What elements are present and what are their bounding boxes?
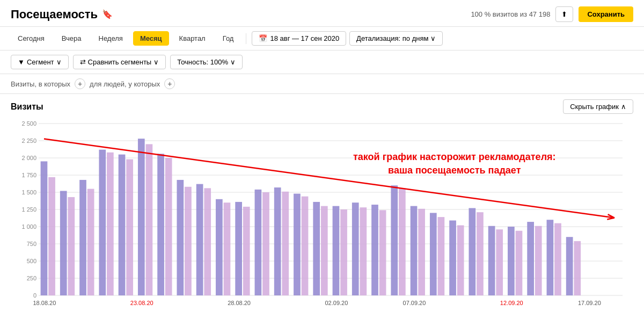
chart-title: Визиты xyxy=(11,102,43,112)
chart-container: такой график насторожит рекламодателя: в… xyxy=(11,118,633,328)
header-left: Посещаемость 🔖 xyxy=(11,8,113,21)
week-button[interactable]: Неделя xyxy=(92,31,130,46)
chart-section: Визиты Скрыть график ∧ такой график наст… xyxy=(0,94,644,333)
today-button[interactable]: Сегодня xyxy=(11,31,52,46)
chevron-down-icon: ∨ xyxy=(153,58,159,66)
chevron-down-icon: ∨ xyxy=(230,58,236,66)
bar-chart xyxy=(11,118,633,317)
chevron-down-icon: ∨ xyxy=(56,58,62,66)
filter-bar: ▼ Сегмент ∨ ⇄ Сравнить сегменты ∨ Точнос… xyxy=(0,50,644,74)
year-button[interactable]: Год xyxy=(216,31,241,46)
accuracy-label: Точность: 100% xyxy=(177,58,228,66)
accuracy-button[interactable]: Точность: 100% ∨ xyxy=(170,55,243,69)
segment-filter-row: Визиты, в которых + для людей, у которых… xyxy=(0,74,644,94)
chart-header: Визиты Скрыть график ∧ xyxy=(11,99,633,114)
visits-label: Визиты, в которых xyxy=(11,80,70,88)
compare-segments-button[interactable]: ⇄ Сравнить сегменты ∨ xyxy=(73,55,166,69)
yesterday-button[interactable]: Вчера xyxy=(55,31,89,46)
add-people-filter-button[interactable]: + xyxy=(164,78,175,89)
date-range-button[interactable]: 📅 18 авг — 17 сен 2020 xyxy=(252,31,346,46)
date-range-label: 18 авг — 17 сен 2020 xyxy=(270,34,339,42)
compare-icon: ⇄ xyxy=(80,58,86,66)
people-label: для людей, у которых xyxy=(90,80,160,88)
save-button[interactable]: Сохранить xyxy=(579,6,633,22)
hide-label: Скрыть график xyxy=(570,103,619,111)
compare-label: Сравнить сегменты xyxy=(88,58,152,66)
segment-label: Сегмент xyxy=(27,58,54,66)
visits-info: 100 % визитов из 47 198 xyxy=(471,10,550,18)
add-visits-filter-button[interactable]: + xyxy=(75,78,85,89)
quarter-button[interactable]: Квартал xyxy=(172,31,213,46)
bookmark-icon[interactable]: 🔖 xyxy=(102,9,113,19)
chevron-up-icon: ∧ xyxy=(621,103,626,111)
detail-button[interactable]: Детализация: по дням ∨ xyxy=(349,31,443,46)
page-title: Посещаемость xyxy=(11,8,98,21)
filter-icon: ▼ xyxy=(18,58,25,66)
segment-button[interactable]: ▼ Сегмент ∨ xyxy=(11,55,69,69)
page-header: Посещаемость 🔖 100 % визитов из 47 198 ⬆… xyxy=(0,0,644,27)
calendar-icon: 📅 xyxy=(259,34,267,42)
toolbar-separator xyxy=(246,33,246,44)
detail-label: Детализация: по дням xyxy=(356,34,428,42)
share-button[interactable]: ⬆ xyxy=(555,6,573,22)
hide-chart-button[interactable]: Скрыть график ∧ xyxy=(563,99,633,114)
header-right: 100 % визитов из 47 198 ⬆ Сохранить xyxy=(471,6,633,22)
chevron-down-icon: ∨ xyxy=(430,34,436,42)
period-toolbar: Сегодня Вчера Неделя Месяц Квартал Год 📅… xyxy=(0,27,644,50)
month-button[interactable]: Месяц xyxy=(133,31,169,46)
